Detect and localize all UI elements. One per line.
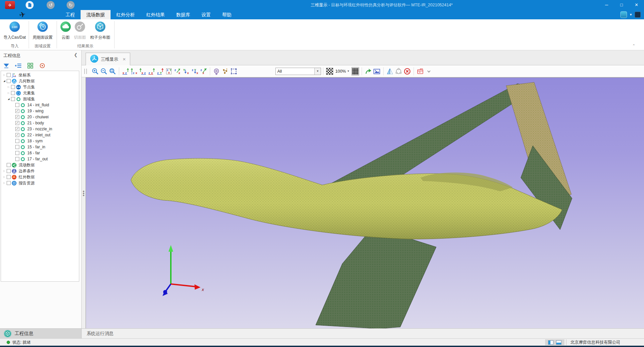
tree-item[interactable]: 14 - int_fluid bbox=[1, 102, 79, 108]
toolbar-handle[interactable] bbox=[83, 67, 91, 76]
layout-bottom-panel-icon[interactable] bbox=[556, 340, 561, 345]
tree-item[interactable]: 16 - far bbox=[1, 150, 79, 156]
expander-collapsed-icon[interactable]: ▷ bbox=[7, 86, 11, 88]
display-filter-dropdown[interactable]: All▼ bbox=[275, 68, 321, 75]
ribbon-collapse-icon[interactable]: ⌃ bbox=[632, 44, 635, 48]
menu-help[interactable]: 帮助 bbox=[216, 10, 237, 19]
tree-item[interactable]: 流场数据 bbox=[1, 162, 79, 168]
tree-checkbox[interactable]: ✓ bbox=[15, 115, 19, 119]
expander-collapsed-icon[interactable]: ▷ bbox=[2, 74, 6, 76]
tree-checkbox[interactable] bbox=[15, 139, 19, 143]
tree-checkbox[interactable] bbox=[11, 97, 15, 101]
panel-footer-tab[interactable]: 工程信息 bbox=[0, 329, 82, 339]
tree-checkbox[interactable] bbox=[15, 103, 19, 107]
menu-infrared-analysis[interactable]: 红外分析 bbox=[111, 10, 141, 19]
tree-item[interactable]: 17 - far_out bbox=[1, 156, 79, 162]
smooth-icon[interactable] bbox=[395, 67, 403, 76]
view-left-icon[interactable]: xz bbox=[139, 67, 147, 76]
clear-icon[interactable] bbox=[403, 67, 411, 76]
tree-checkbox[interactable] bbox=[7, 79, 11, 83]
tree-item[interactable]: ✓20 - chuiwei bbox=[1, 114, 79, 120]
box-select-icon[interactable] bbox=[230, 67, 238, 76]
undo-icon[interactable]: ↺ bbox=[47, 1, 55, 9]
zoom-fit-icon[interactable] bbox=[109, 67, 117, 76]
dropdown-arrow-icon[interactable]: ▼ bbox=[314, 68, 321, 75]
menu-engineering[interactable]: 工程 bbox=[60, 10, 81, 19]
particle-trace-icon[interactable] bbox=[221, 67, 229, 76]
tree-item[interactable]: ▷元素集 bbox=[1, 90, 79, 96]
zoom-out-icon[interactable] bbox=[100, 67, 108, 76]
tree-item[interactable]: ◢几何数据 bbox=[1, 78, 79, 84]
expander-collapsed-icon[interactable]: ▷ bbox=[7, 92, 11, 94]
menu-infrared-results[interactable]: 红外结果 bbox=[141, 10, 170, 19]
group-grid-icon[interactable] bbox=[27, 62, 34, 69]
tree-checkbox[interactable] bbox=[7, 175, 11, 179]
tree-checkbox[interactable] bbox=[15, 157, 19, 161]
tree-checkbox[interactable]: ✓ bbox=[15, 109, 19, 113]
tree-item[interactable]: 18 - sym bbox=[1, 138, 79, 144]
particle-distribution-button[interactable]: 粒子分布图 bbox=[89, 21, 112, 40]
redo-icon[interactable]: ↻ bbox=[67, 1, 75, 9]
tree-checkbox[interactable] bbox=[11, 85, 15, 89]
tree-checkbox[interactable]: ✓ bbox=[15, 127, 19, 131]
maximize-button[interactable]: □ bbox=[614, 0, 629, 10]
expander-collapsed-icon[interactable]: ▷ bbox=[2, 176, 6, 178]
tree-item[interactable]: ◢面域集 bbox=[1, 96, 79, 102]
tree-checkbox[interactable]: ✓ bbox=[15, 121, 19, 125]
tree-checkbox[interactable] bbox=[7, 169, 11, 173]
expander-expanded-icon[interactable]: ◢ bbox=[2, 80, 6, 82]
tree-item[interactable]: ✓19 - wing bbox=[1, 108, 79, 114]
theme-icon[interactable] bbox=[620, 11, 627, 18]
tree-item[interactable]: ✓22 - inlet_out bbox=[1, 132, 79, 138]
menu-settings[interactable]: 设置 bbox=[196, 10, 216, 19]
view-iso-sw-icon[interactable]: zxY bbox=[199, 67, 207, 76]
filter-icon[interactable] bbox=[3, 62, 10, 69]
minimize-button[interactable]: ─ bbox=[599, 0, 614, 10]
app-icon[interactable]: ✈ bbox=[5, 1, 15, 9]
expander-collapsed-icon[interactable]: ▷ bbox=[2, 170, 6, 172]
section-box-icon[interactable] bbox=[416, 67, 424, 76]
menu-flowfield-data[interactable]: 流场数据 bbox=[81, 10, 111, 19]
view-iso-nw-icon[interactable]: Yx bbox=[182, 67, 190, 76]
tree-item[interactable]: ✓23 - nozzle_in bbox=[1, 126, 79, 132]
view-front-icon[interactable]: xz bbox=[122, 67, 130, 76]
tree-item[interactable]: ▷报告资源 bbox=[1, 180, 79, 186]
mesh-grid-icon[interactable] bbox=[351, 67, 359, 76]
caret-down-icon[interactable] bbox=[425, 67, 433, 76]
tree-item[interactable]: 15 - far_in bbox=[1, 144, 79, 150]
import-cas-dat-button[interactable]: cas 导入Cas/Dat bbox=[2, 21, 27, 40]
view-bottom-icon[interactable]: zYx bbox=[165, 67, 173, 76]
view-right-icon[interactable]: zx bbox=[148, 67, 156, 76]
locate-icon[interactable] bbox=[39, 62, 46, 69]
menu-database[interactable]: 数据库 bbox=[170, 10, 196, 19]
tree-checkbox[interactable] bbox=[15, 145, 19, 149]
viewport-3d-canvas[interactable]: x bbox=[86, 77, 644, 328]
tree-item[interactable]: ▷边界条件 bbox=[1, 168, 79, 174]
new-file-icon[interactable] bbox=[26, 1, 34, 9]
zoom-level-dropdown[interactable]: 100%▼ bbox=[335, 69, 350, 74]
view-top-icon[interactable]: zY bbox=[156, 67, 164, 76]
view-back-icon[interactable]: zx bbox=[130, 67, 138, 76]
tree-item[interactable]: ✓21 - body bbox=[1, 120, 79, 126]
panel-collapse-icon[interactable]: ❮ bbox=[74, 52, 78, 57]
tab-close-icon[interactable]: ✕ bbox=[123, 57, 126, 62]
app-grid-icon[interactable] bbox=[635, 12, 641, 18]
expander-expanded-icon[interactable]: ◢ bbox=[7, 98, 11, 100]
expander-collapsed-icon[interactable]: ▷ bbox=[2, 182, 6, 184]
tree-checkbox[interactable] bbox=[7, 73, 11, 77]
opacity-checker-icon[interactable] bbox=[326, 67, 334, 76]
chevron-down-icon[interactable]: ▼ bbox=[629, 13, 632, 16]
tree-item[interactable]: ▷Yzx坐标系 bbox=[1, 72, 79, 78]
collapse-list-icon[interactable] bbox=[15, 62, 22, 69]
tab-3d-display[interactable]: 三维显示 ✕ bbox=[86, 53, 130, 65]
tree-checkbox[interactable]: ✓ bbox=[15, 133, 19, 137]
tree-checkbox[interactable] bbox=[7, 163, 11, 167]
export-arrow-icon[interactable] bbox=[364, 67, 372, 76]
snapshot-icon[interactable] bbox=[373, 67, 381, 76]
close-button[interactable]: ✕ bbox=[629, 0, 644, 10]
tree-item[interactable]: ▷红外数据 bbox=[1, 174, 79, 180]
mirror-icon[interactable] bbox=[386, 67, 394, 76]
tree-checkbox[interactable] bbox=[11, 91, 15, 95]
light-icon[interactable] bbox=[212, 67, 220, 76]
layout-left-panel-icon[interactable] bbox=[548, 340, 553, 345]
